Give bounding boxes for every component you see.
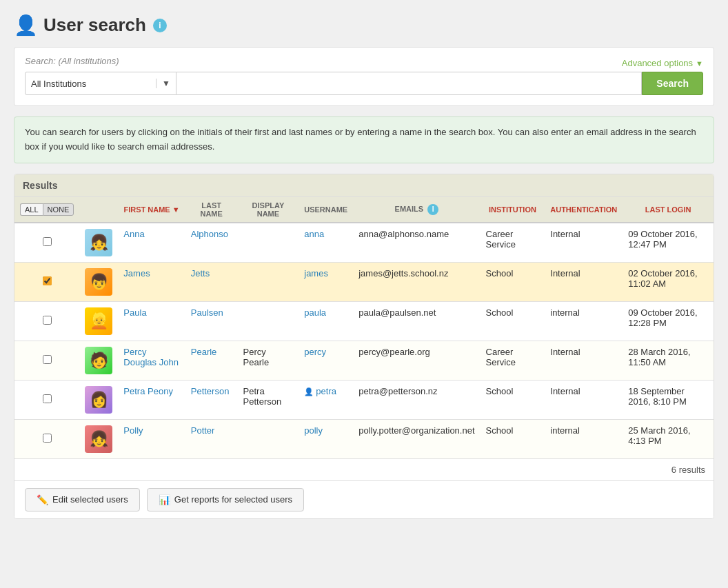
last-name-link[interactable]: Potter	[191, 425, 215, 436]
row-checkbox[interactable]	[43, 394, 52, 403]
avatar-cell: 👧	[79, 419, 118, 458]
avatar-cell: 👧	[79, 223, 118, 263]
email-cell: polly.potter@organization.net	[353, 419, 480, 458]
advanced-options-link[interactable]: Advanced options ▼	[622, 58, 703, 68]
row-checkbox-cell	[14, 262, 79, 301]
institution-cell: School	[481, 380, 545, 419]
page-header: 👤 User search i	[14, 7, 714, 47]
avatar: 🧑	[85, 347, 112, 374]
first-name-link[interactable]: Percy Douglas John	[123, 347, 179, 367]
email-cell: paula@paulsen.net	[353, 301, 480, 341]
row-checkbox-cell	[14, 419, 79, 458]
username-link[interactable]: anna	[304, 229, 324, 239]
last-name-link[interactable]: Pearle	[191, 347, 217, 357]
display-name-cell: Petra Petterson	[238, 380, 299, 419]
edit-selected-button[interactable]: ✏️ Edit selected users	[25, 488, 140, 511]
emails-info-icon[interactable]: i	[427, 204, 438, 215]
all-none-controls: ALL NONE	[20, 203, 74, 216]
row-checkbox-cell	[14, 301, 79, 341]
avatar-cell: 👩	[79, 380, 118, 419]
results-panel: Results ALL NONE FIRST NAME ▼	[14, 174, 714, 519]
last-name-cell: Potter	[185, 419, 238, 458]
table-row: 👩Petra PeonyPettersonPetra Petterson👤 pe…	[14, 380, 714, 419]
dropdown-arrow-icon[interactable]: ▼	[156, 79, 170, 88]
user-icon-small: 👤	[304, 387, 316, 396]
get-reports-button[interactable]: 📊 Get reports for selected users	[147, 488, 304, 511]
last-name-col-header[interactable]: LAST NAME	[185, 197, 238, 223]
results-count: 6 results	[14, 459, 714, 480]
first-name-cell: Petra Peony	[118, 380, 185, 419]
last-login-cell: 02 October 2016, 11:02 AM	[623, 262, 714, 301]
username-cell: percy	[299, 341, 353, 380]
display-name-cell	[238, 419, 299, 458]
all-button[interactable]: ALL	[20, 203, 43, 216]
email-cell: anna@alphonso.name	[353, 223, 480, 263]
institution-cell: Career Service	[481, 223, 545, 263]
username-cell: paula	[299, 301, 353, 341]
username-cell: polly	[299, 419, 353, 458]
institution-cell: Career Service	[481, 341, 545, 380]
username-cell: james	[299, 262, 353, 301]
institution-cell: School	[481, 419, 545, 458]
search-input[interactable]	[176, 72, 642, 95]
row-checkbox-cell	[14, 223, 79, 263]
username-link[interactable]: james	[304, 268, 328, 278]
authentication-col-header: AUTHENTICATION	[545, 197, 623, 223]
last-name-cell: Jetts	[185, 262, 238, 301]
last-login-cell: 28 March 2016, 11:50 AM	[623, 341, 714, 380]
first-name-link[interactable]: Petra Peony	[123, 386, 173, 396]
last-name-link[interactable]: Petterson	[191, 386, 230, 396]
display-name-cell: Percy Pearle	[238, 341, 299, 380]
first-name-link[interactable]: Anna	[123, 229, 144, 239]
info-badge[interactable]: i	[153, 19, 167, 32]
last-login-cell: 18 September 2016, 8:10 PM	[623, 380, 714, 419]
last-name-link[interactable]: Paulsen	[191, 307, 223, 318]
row-checkbox-cell	[14, 380, 79, 419]
institution-select[interactable]: All Institutions ▼	[25, 72, 176, 95]
sort-arrow-icon: ▼	[172, 205, 180, 214]
last-name-link[interactable]: Jetts	[191, 268, 210, 278]
search-button[interactable]: Search	[642, 72, 703, 95]
display-name-cell	[238, 301, 299, 341]
username-link[interactable]: polly	[304, 425, 323, 436]
username-cell: anna	[299, 223, 353, 263]
first-name-link[interactable]: Paula	[123, 307, 146, 318]
row-checkbox[interactable]	[43, 434, 52, 443]
first-name-link[interactable]: James	[123, 268, 150, 278]
first-name-col-header[interactable]: FIRST NAME ▼	[118, 197, 185, 223]
last-login-cell: 09 October 2016, 12:28 PM	[623, 301, 714, 341]
username-link[interactable]: percy	[304, 347, 326, 357]
institution-cell: School	[481, 301, 545, 341]
username-col-header: USERNAME	[299, 197, 353, 223]
row-checkbox[interactable]	[43, 316, 52, 325]
row-checkbox[interactable]	[43, 276, 52, 285]
last-login-cell: 09 October 2016, 12:47 PM	[623, 223, 714, 263]
username-link[interactable]: petra	[316, 386, 336, 396]
first-name-cell: Anna	[118, 223, 185, 263]
last-name-cell: Pearle	[185, 341, 238, 380]
display-name-col-header: DISPLAY NAME	[238, 197, 299, 223]
none-button[interactable]: NONE	[43, 203, 74, 216]
last-login-col-header: LAST LOGIN	[623, 197, 714, 223]
authentication-cell: Internal	[545, 223, 623, 263]
footer-bar: ✏️ Edit selected users 📊 Get reports for…	[14, 480, 714, 518]
first-name-cell: Polly	[118, 419, 185, 458]
user-icon: 👤	[14, 14, 38, 37]
institution-cell: School	[481, 262, 545, 301]
email-cell: james@jetts.school.nz	[353, 262, 480, 301]
username-link[interactable]: paula	[304, 307, 326, 318]
avatar: 👦	[85, 268, 112, 296]
page-title: User search	[43, 14, 146, 36]
last-name-link[interactable]: Alphonso	[191, 229, 228, 239]
last-name-cell: Alphonso	[185, 223, 238, 263]
chevron-down-icon: ▼	[696, 59, 703, 68]
avatar: 👱	[85, 307, 112, 335]
search-panel: Search: (All institutions) All Instituti…	[14, 47, 714, 106]
row-checkbox[interactable]	[43, 237, 52, 246]
institution-col-header: INSTITUTION	[481, 197, 545, 223]
avatar-cell: 👱	[79, 301, 118, 341]
first-name-link[interactable]: Polly	[123, 425, 143, 436]
row-checkbox[interactable]	[43, 355, 52, 364]
results-table: ALL NONE FIRST NAME ▼ LAST NAME DISPLAY …	[14, 197, 714, 459]
description-text: You can search for users by clicking on …	[14, 116, 714, 163]
